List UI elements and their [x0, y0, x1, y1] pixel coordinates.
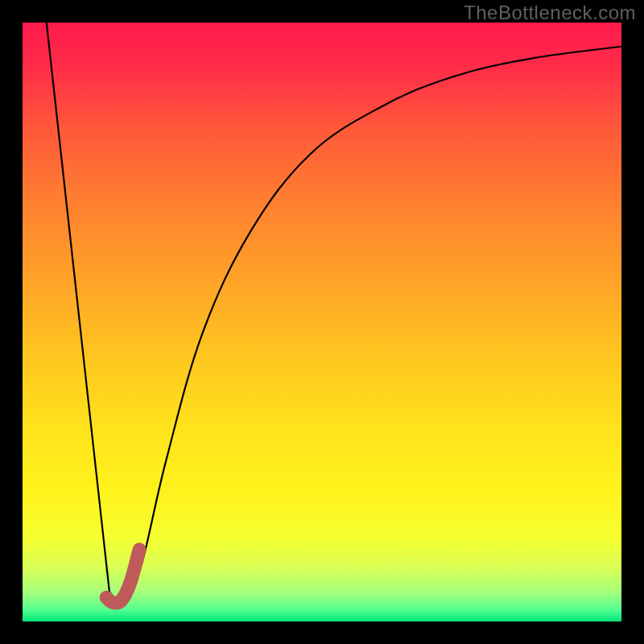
bottleneck-curve: [47, 23, 621, 604]
plot-area: [23, 23, 621, 621]
watermark-text: TheBottleneck.com: [464, 2, 636, 24]
selected-marker: [106, 550, 139, 603]
curve-layer: [23, 23, 621, 621]
chart-frame: TheBottleneck.com: [0, 0, 644, 644]
